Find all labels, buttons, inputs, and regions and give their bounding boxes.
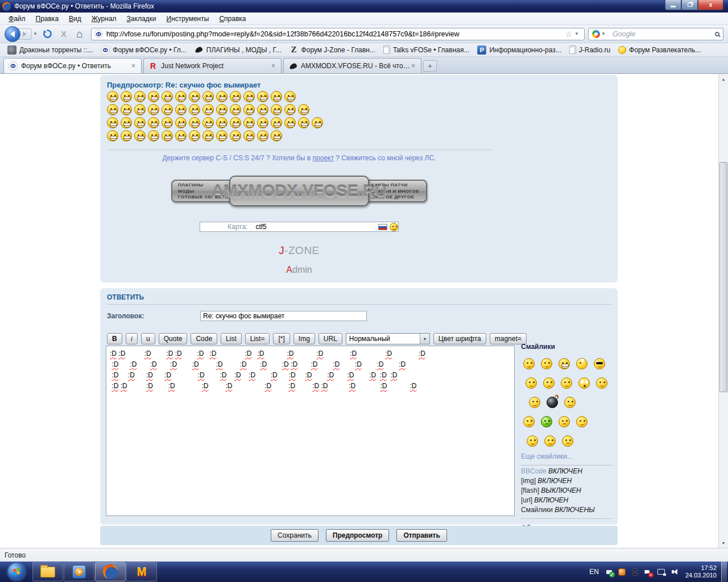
- angry-smiley[interactable]: [541, 358, 552, 369]
- bow-smiley[interactable]: [544, 435, 556, 447]
- clock-tray-icon[interactable]: [618, 567, 627, 576]
- language-indicator[interactable]: EN: [589, 568, 599, 576]
- think-smiley[interactable]: [523, 416, 535, 427]
- bookmark-item[interactable]: ZФорум J-Zone - Главн...: [286, 44, 379, 56]
- bookmark-item[interactable]: J-Radio.ru: [565, 44, 614, 55]
- preview-button[interactable]: Предпросмотр: [326, 529, 390, 542]
- eek-smiley[interactable]: [523, 358, 535, 369]
- vol-tray-icon[interactable]: [670, 567, 679, 576]
- tab-active[interactable]: ФФорум вФОСе.ру • Ответить×: [3, 58, 142, 73]
- save-button[interactable]: Сохранить: [271, 529, 318, 542]
- clock[interactable]: 17:52 24.03.2010: [685, 564, 717, 579]
- bookmark-star-icon[interactable]: ☆: [565, 30, 573, 39]
- bbcode-button-extra[interactable]: Цвет шрифта: [433, 333, 486, 344]
- search-placeholder[interactable]: Google: [613, 30, 715, 38]
- shock-smiley[interactable]: [578, 377, 590, 389]
- bbcode-button-img[interactable]: Img: [293, 333, 315, 344]
- bomb-smiley[interactable]: [547, 397, 558, 408]
- bookmark-item[interactable]: Драконьи торренты ::...: [3, 44, 97, 56]
- bookmark-item[interactable]: ПЛАГИНЫ , МОДЫ , Г...: [191, 44, 286, 56]
- scrollbar-thumb[interactable]: [719, 162, 727, 392]
- start-button[interactable]: [1, 562, 32, 581]
- search-field[interactable]: ▼ Google: [588, 28, 723, 40]
- home-button[interactable]: ⌂: [73, 27, 86, 41]
- bbcode-button-[*][interactable]: [*]: [273, 333, 289, 344]
- flag-tray-icon[interactable]: [644, 567, 653, 576]
- sigma-tray-icon[interactable]: Σ: [631, 567, 640, 576]
- show-desktop-button[interactable]: [721, 562, 727, 582]
- sad-smiley[interactable]: [562, 435, 573, 447]
- bbcode-button-quote[interactable]: Quote: [159, 333, 188, 344]
- misspelled-token: :D: [287, 350, 293, 357]
- back-button[interactable]: [5, 26, 20, 42]
- subject-input[interactable]: [200, 311, 367, 321]
- bbcode-help-link[interactable]: BBCode: [521, 467, 547, 475]
- scroll-down-icon[interactable]: ▼: [719, 538, 728, 547]
- rolleyes-smiley[interactable]: [526, 377, 537, 389]
- lol-smiley[interactable]: [543, 377, 555, 389]
- font-size-select[interactable]: Нормальный▼: [346, 333, 430, 344]
- menu-item[interactable]: Закладки: [122, 14, 162, 24]
- cry-smiley[interactable]: [559, 416, 570, 427]
- bookmark-item[interactable]: Форум Развлекатель...: [614, 45, 705, 55]
- menu-item[interactable]: Правка: [31, 14, 64, 24]
- message-textarea[interactable]: :D :D :D :D :D :D :D :D :D :D :D :D :D :…: [106, 346, 515, 516]
- net-tray-icon[interactable]: [657, 567, 666, 576]
- usb-tray-icon[interactable]: [605, 567, 614, 576]
- new-tab-button[interactable]: +: [423, 60, 437, 72]
- pacman-smiley[interactable]: [576, 358, 588, 369]
- confused-smiley[interactable]: [527, 435, 538, 447]
- neutral-smiley[interactable]: [576, 416, 588, 427]
- bbcode-button-code[interactable]: Code: [191, 333, 217, 344]
- menu-item[interactable]: Файл: [3, 14, 31, 24]
- bookmark-item[interactable]: ФФорум вФОСе.ру • Гл...: [97, 44, 191, 56]
- chevron-down-icon[interactable]: ▼: [420, 334, 429, 344]
- bbcode-button-u[interactable]: u: [141, 333, 155, 344]
- tab-inactive[interactable]: AMXMODX.VFOSE.RU - Всё что ну...×: [283, 58, 421, 73]
- reload-button[interactable]: [41, 27, 55, 41]
- cool-smiley[interactable]: [594, 358, 605, 369]
- tab-close-icon[interactable]: ×: [410, 62, 416, 70]
- signature-text: Держите сервер C-S / CS:S 24/7 ? Хотели …: [162, 154, 312, 162]
- vertical-scrollbar[interactable]: ▲ ▼: [718, 74, 728, 548]
- bbcode-button-i[interactable]: i: [126, 333, 138, 344]
- search-engine-dropdown-icon[interactable]: ▼: [601, 31, 606, 36]
- taskbar-app-miranda[interactable]: M: [126, 562, 157, 581]
- menu-item[interactable]: Вид: [64, 14, 86, 24]
- signature-link[interactable]: проект: [313, 154, 334, 162]
- tab-close-icon[interactable]: ×: [130, 62, 136, 70]
- submit-button[interactable]: Отправить: [396, 529, 446, 542]
- url-text[interactable]: http://vfose.ru/forum/posting.php?mode=r…: [106, 30, 564, 38]
- grin-smiley[interactable]: [559, 358, 570, 369]
- scroll-up-icon[interactable]: ▲: [719, 74, 728, 84]
- bbcode-button-list=[interactable]: List=: [245, 333, 270, 344]
- crazy-smiley[interactable]: [596, 377, 607, 389]
- close-button[interactable]: x: [698, 0, 723, 10]
- taskbar-app-explorer[interactable]: [32, 562, 63, 581]
- taskbar-app-firefox[interactable]: [95, 562, 126, 581]
- minimize-button[interactable]: [665, 0, 681, 10]
- menu-item[interactable]: Справка: [214, 14, 251, 24]
- shrug-smiley[interactable]: [564, 397, 576, 408]
- innocent-smiley[interactable]: [561, 377, 572, 389]
- tab-close-icon[interactable]: ×: [270, 62, 276, 70]
- bbcode-button-b[interactable]: B: [107, 333, 122, 344]
- restore-button[interactable]: [681, 0, 698, 10]
- url-field[interactable]: Ф http://vfose.ru/forum/posting.php?mode…: [91, 28, 585, 40]
- menu-item[interactable]: Журнал: [86, 14, 122, 24]
- bbcode-button-list[interactable]: List: [221, 333, 242, 344]
- smirk-smiley[interactable]: [529, 397, 540, 408]
- bbcode-button-url[interactable]: URL: [318, 333, 342, 344]
- bookmark-item[interactable]: Talks vFOSe • Главная...: [379, 44, 474, 55]
- search-icon[interactable]: [715, 32, 719, 36]
- history-dropdown-icon[interactable]: ▼: [33, 31, 38, 36]
- bookmark-item[interactable]: PИнформационно-раз...: [473, 44, 565, 56]
- more-smilies-link[interactable]: Еще смайлики...: [521, 452, 612, 460]
- tab-inactive[interactable]: RJust Network Project×: [143, 58, 282, 73]
- url-dropdown-icon[interactable]: ▼: [574, 31, 579, 36]
- stop-button[interactable]: X: [57, 27, 71, 41]
- vfose-icon: Ф: [101, 45, 110, 55]
- taskbar-app-wmp[interactable]: [64, 562, 94, 581]
- sick-smiley[interactable]: [541, 416, 552, 427]
- menu-item[interactable]: Инструменты: [162, 14, 214, 24]
